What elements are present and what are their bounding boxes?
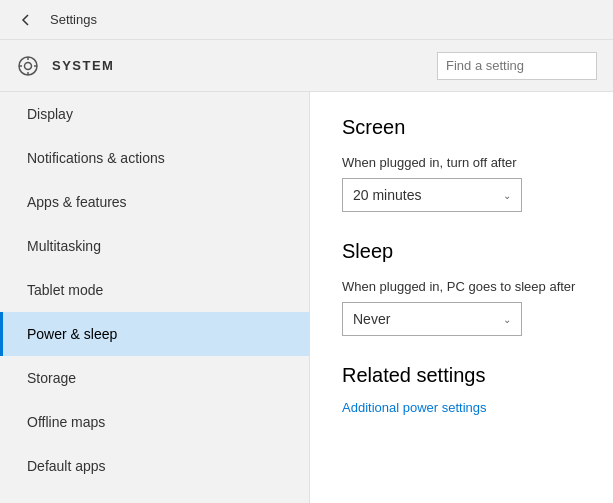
sidebar-label-multitasking: Multitasking [27,238,101,254]
sidebar-label-power: Power & sleep [27,326,117,342]
sidebar-item-storage[interactable]: Storage [0,356,309,400]
title-bar-title: Settings [50,12,97,27]
sidebar-item-tablet[interactable]: Tablet mode [0,268,309,312]
screen-dropdown[interactable]: 20 minutes ⌄ [342,178,522,212]
sidebar-label-tablet: Tablet mode [27,282,103,298]
sidebar-label-offline: Offline maps [27,414,105,430]
sidebar-item-power[interactable]: Power & sleep [0,312,309,356]
sidebar-item-multitasking[interactable]: Multitasking [0,224,309,268]
sidebar-label-storage: Storage [27,370,76,386]
sidebar-item-notifications[interactable]: Notifications & actions [0,136,309,180]
page-title: SYSTEM [52,58,425,73]
sleep-dropdown-value: Never [353,311,390,327]
system-icon [16,54,40,78]
chevron-down-icon: ⌄ [503,314,511,325]
related-section-title: Related settings [342,364,581,387]
screen-section-title: Screen [342,116,581,139]
chevron-down-icon: ⌄ [503,190,511,201]
sidebar: Display Notifications & actions Apps & f… [0,92,310,503]
main-layout: Display Notifications & actions Apps & f… [0,92,613,503]
sidebar-item-display[interactable]: Display [0,92,309,136]
sidebar-label-apps: Apps & features [27,194,127,210]
sleep-dropdown[interactable]: Never ⌄ [342,302,522,336]
screen-section: Screen When plugged in, turn off after 2… [342,116,581,212]
related-section: Related settings Additional power settin… [342,364,581,415]
title-bar: Settings [0,0,613,40]
sidebar-label-defaultapps: Default apps [27,458,106,474]
search-input[interactable] [437,52,597,80]
svg-point-1 [25,62,32,69]
sleep-field-label: When plugged in, PC goes to sleep after [342,279,581,294]
sidebar-label-notifications: Notifications & actions [27,150,165,166]
back-button[interactable] [12,6,40,34]
header-row: SYSTEM [0,40,613,92]
sleep-section: Sleep When plugged in, PC goes to sleep … [342,240,581,336]
sidebar-item-apps[interactable]: Apps & features [0,180,309,224]
sidebar-label-display: Display [27,106,73,122]
sidebar-wrapper: Display Notifications & actions Apps & f… [0,92,309,488]
sidebar-item-defaultapps[interactable]: Default apps [0,444,309,488]
content-area: Screen When plugged in, turn off after 2… [310,92,613,503]
screen-dropdown-value: 20 minutes [353,187,421,203]
additional-power-settings-link[interactable]: Additional power settings [342,400,487,415]
sidebar-item-offline[interactable]: Offline maps [0,400,309,444]
screen-field-label: When plugged in, turn off after [342,155,581,170]
sleep-section-title: Sleep [342,240,581,263]
